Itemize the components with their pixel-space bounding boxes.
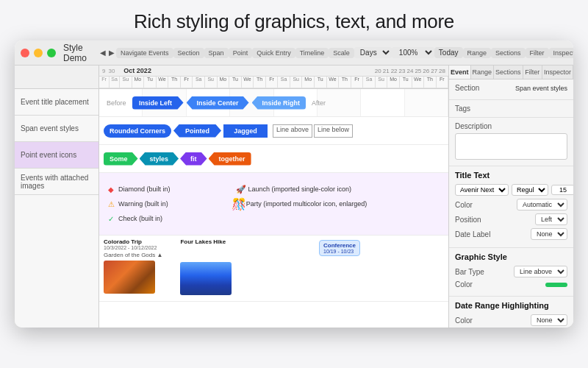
styles-event[interactable]: styles (140, 152, 179, 166)
diamond-icon: ◆ (107, 185, 115, 194)
after-label: After (309, 99, 329, 107)
month-label: Oct 2022 (121, 67, 154, 74)
position-select[interactable]: Left (535, 213, 567, 225)
sidebar-row-span: Span event styles (15, 116, 98, 142)
launch-icon: 🚀 (237, 185, 245, 194)
sidebar-row-images: Events with attached images (15, 169, 98, 195)
description-textarea[interactable] (455, 133, 567, 160)
fit-event[interactable]: fit (180, 152, 207, 166)
inside-left-event[interactable]: Inside Left (132, 96, 184, 110)
nav-back[interactable]: ◀ (98, 49, 107, 57)
bar-color-swatch[interactable] (545, 283, 567, 287)
line-above-label: Line above (273, 124, 312, 138)
color-select[interactable]: Automatic (517, 199, 567, 210)
tab-event[interactable]: Event (449, 66, 471, 79)
section-button[interactable]: Section (173, 48, 204, 58)
tags-label: Tags (455, 105, 567, 113)
diamond-event[interactable]: ◆ Diamond (built in) (104, 183, 173, 195)
timeline-button[interactable]: Timeline (295, 48, 329, 58)
inspector-button[interactable]: Inspector (549, 48, 573, 58)
nav-forward[interactable]: ▶ (107, 49, 116, 57)
bar-type-label: Bar Type (455, 268, 484, 276)
date-header: 9 30 Oct 2022 202122232425262728 Fr Sa S… (99, 66, 448, 89)
close-button[interactable] (21, 49, 29, 57)
point-button[interactable]: Point (229, 48, 253, 58)
sidebar-row-point: Point event icons (15, 142, 98, 169)
color-label: Color (455, 201, 473, 209)
launch-event[interactable]: 🚀 Launch (imported single-color icon) (234, 183, 355, 195)
tab-sections[interactable]: Sections (494, 66, 523, 79)
bar-type-select[interactable]: Line above (514, 266, 567, 277)
maximize-button[interactable] (47, 49, 56, 57)
title-text-section: Title Text Avenir Next Regular Color Aut… (449, 166, 573, 248)
font-style-select[interactable]: Regular (512, 184, 548, 196)
color-styles-row: Some styles fit together (99, 145, 448, 173)
tags-section: Tags (449, 100, 573, 118)
description-label: Description (455, 122, 567, 130)
quick-entry-button[interactable]: Quick Entry (252, 48, 295, 58)
page-title: Rich styling of graphics, text, and more (134, 0, 454, 40)
sections-button[interactable]: Sections (491, 48, 526, 58)
range-button[interactable]: Range (463, 48, 492, 58)
warning-icon: ⚠ (107, 199, 115, 208)
graphic-style-section: Graphic Style Bar Type Line above Color (449, 248, 573, 297)
check-event[interactable]: ✓ Check (built in) (104, 213, 165, 224)
inside-center-event[interactable]: Inside Center (187, 96, 249, 110)
before-label: Before (104, 99, 129, 107)
some-event[interactable]: Some (104, 152, 138, 166)
font-size-input[interactable] (551, 185, 573, 195)
point-events-row: ◆ Diamond (built in) 🚀 Launch (imported … (99, 173, 448, 236)
range-color-label: Color (455, 316, 473, 325)
pointed-event[interactable]: Pointed (173, 124, 221, 138)
right-panel-tabs: Event Range Sections Filter Inspector (449, 66, 573, 79)
check-icon: ✓ (107, 214, 115, 223)
position-label: Position (455, 216, 481, 224)
date-label-label: Date Label (455, 230, 490, 238)
description-section: Description (449, 118, 573, 166)
colorado-trip-event[interactable]: Colorado Trip 10/3/2022 - 10/12/2022 Gar… (104, 238, 162, 297)
four-lakes-event[interactable]: Four Lakes Hike (180, 238, 232, 298)
font-select[interactable]: Avenir Next (455, 184, 509, 196)
span-styles-row: Rounded Corners Pointed Jagged Line abov… (99, 117, 448, 145)
tab-inspector[interactable]: Inspector (542, 66, 573, 79)
jagged-event[interactable]: Jagged (223, 124, 268, 138)
lake-thumbnail (180, 262, 232, 295)
app-window: Style Demo ◀ ▶ Navigate Events Section S… (15, 40, 573, 328)
section-label: Section (455, 84, 479, 92)
date-label-select[interactable]: None (531, 228, 567, 240)
navigate-events-button[interactable]: Navigate Events (116, 48, 173, 58)
sidebar-row-title: Event title placement (15, 89, 98, 116)
rounded-corners-event[interactable]: Rounded Corners (104, 124, 171, 138)
date-range-section: Date Range Highlighting Color None (449, 297, 573, 328)
party-icon: 🎊 (234, 199, 243, 208)
garden-thumbnail (104, 261, 155, 294)
warning-event[interactable]: ⚠ Warning (built in) (104, 198, 171, 210)
range-color-select[interactable]: None (531, 314, 567, 326)
bar-color-label: Color (455, 280, 473, 289)
scale-button[interactable]: Scale (329, 48, 354, 58)
traffic-lights (21, 49, 56, 57)
title-placement-row: Before Inside Left Inside Center Inside … (99, 89, 448, 117)
today-button[interactable]: Today (434, 47, 463, 58)
span-button[interactable]: Span (204, 48, 229, 58)
calendar-area: 9 30 Oct 2022 202122232425262728 Fr Sa S… (99, 66, 448, 328)
minimize-button[interactable] (34, 49, 43, 57)
graphic-style-label: Graphic Style (455, 252, 567, 261)
line-below-label: Line below (314, 124, 353, 138)
together-event[interactable]: together (209, 152, 251, 166)
party-event[interactable]: 🎊 Party (imported multicolor icon, enlar… (232, 198, 370, 210)
days-select[interactable]: Days (354, 47, 392, 58)
title-text-label: Title Text (455, 171, 567, 180)
left-sidebar: Event title placement Span event styles … (15, 66, 99, 328)
zoom-select[interactable]: 100% (392, 47, 434, 58)
images-row: Conference 10/19 - 10/23 Colorado Trip 1… (99, 236, 448, 302)
tab-range[interactable]: Range (471, 66, 495, 79)
date-range-label: Date Range Highlighting (455, 301, 567, 310)
tab-filter[interactable]: Filter (523, 66, 542, 79)
filter-button[interactable]: Filter (526, 48, 549, 58)
section-row: Section Span event styles (449, 79, 573, 100)
titlebar: Style Demo ◀ ▶ Navigate Events Section S… (15, 40, 573, 66)
right-panel: Event Range Sections Filter Inspector Se… (448, 66, 573, 328)
inside-right-event[interactable]: Inside Right (252, 96, 306, 110)
calendar-body: Before Inside Left Inside Center Inside … (99, 89, 448, 328)
